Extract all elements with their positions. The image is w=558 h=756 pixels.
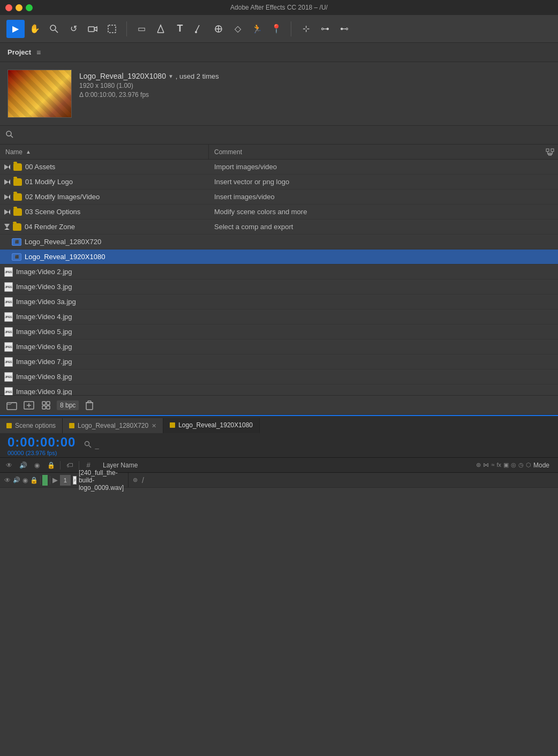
svg-line-5 [196, 25, 199, 32]
folder-comment: Insert vector or png logo [209, 178, 558, 186]
solo-icon[interactable]: ◉ [32, 460, 42, 470]
window-title: Adobe After Effects CC 2018 – /U/ [230, 4, 328, 11]
new-comp-button[interactable] [22, 400, 35, 411]
file-row-img5[interactable]: JPEG Image:Video 5.jpg [0, 324, 558, 339]
tab-logo-1280[interactable]: Logo_Reveal_1280X720 ✕ [63, 418, 163, 433]
jpeg-icon: JPEG [4, 297, 13, 307]
file-row-img6[interactable]: JPEG Image:Video 6.jpg [0, 339, 558, 354]
folder-collapse-arrow[interactable] [4, 194, 10, 200]
3d-tool-2[interactable]: ⊶ [316, 20, 334, 38]
clone-tool[interactable] [209, 20, 228, 38]
comp-dropdown-arrow[interactable]: ▼ [168, 73, 174, 79]
layer-number: 1 [60, 475, 71, 486]
layer-lock-toggle[interactable]: 🔒 [30, 475, 38, 485]
file-row-img7[interactable]: JPEG Image:Video 7.jpg [0, 354, 558, 369]
puppet-tool[interactable]: 📍 [267, 20, 285, 38]
layer-color-bar [42, 475, 48, 486]
fx-icon[interactable]: fx [496, 462, 501, 469]
table-header: Name ▲ Comment [0, 145, 558, 160]
lock-icon[interactable]: 🔒 [46, 460, 56, 470]
tab-label-1280: Logo_Reveal_1280X720 [78, 422, 148, 429]
file-name-cell: JPEG Image:Video 2.jpg [0, 264, 209, 279]
folder-row-04-render-zone[interactable]: 04 Render Zone Select a comp and export [0, 220, 558, 235]
select-tool[interactable]: ▶ [6, 20, 25, 38]
visibility-icon[interactable]: 👁 [4, 460, 14, 470]
search-icon [5, 130, 14, 140]
timecode-display[interactable]: 0:00:00:00 [7, 435, 76, 450]
file-row-img4[interactable]: JPEG Image:Video 4.jpg [0, 309, 558, 324]
tab-close-1280[interactable]: ✕ [152, 422, 156, 429]
layer-parent-icon[interactable]: ⊛ [133, 477, 138, 483]
file-name-cell: JPEG Image:Video 7.jpg [0, 354, 209, 369]
folder-row-01-modify-logo[interactable]: 01 Modify Logo Insert vector or png logo [0, 175, 558, 190]
blend-mode-icon[interactable]: ▣ [503, 462, 509, 469]
file-row-img3[interactable]: JPEG Image:Video 3.jpg [0, 279, 558, 294]
file-row-img3a[interactable]: JPEG Image:Video 3a.jpg [0, 294, 558, 309]
hand-tool[interactable]: ✋ [26, 20, 44, 38]
svg-point-10 [6, 131, 11, 136]
folder-row-00-assets[interactable]: 00 Assets Import images/video [0, 160, 558, 175]
folder-name-cell: 01 Modify Logo [0, 175, 209, 189]
comp-name[interactable]: Logo_Reveal_1920X1080 [79, 72, 166, 80]
type-tool[interactable]: T [171, 20, 189, 38]
comp-file-icon [12, 238, 21, 246]
project-header: Project ≡ [0, 43, 558, 62]
folder-collapse-arrow[interactable] [4, 209, 10, 215]
new-folder-button[interactable] [5, 400, 18, 411]
layer-audio-toggle[interactable]: 🔊 [13, 475, 20, 485]
parent-link-icon[interactable]: ⊛ [476, 462, 481, 469]
file-row-img9[interactable]: JPEG Image:Video 9.jpg [0, 384, 558, 395]
tab-scene-options[interactable]: Scene options [0, 418, 63, 433]
3d-tool-1[interactable]: ⊹ [297, 20, 315, 38]
bpc-badge[interactable]: 8 bpc [57, 400, 79, 410]
layer-name-header: Layer Name [97, 462, 138, 469]
zoom-tool[interactable] [45, 20, 63, 38]
timeline-search: _ [84, 441, 99, 450]
folder-collapse-arrow[interactable] [4, 179, 10, 185]
pen-tool[interactable] [152, 20, 170, 38]
search-input[interactable] [18, 131, 553, 139]
layer-visibility-toggle[interactable]: 👁 [4, 475, 11, 485]
folder-icon [13, 193, 22, 201]
label-icon[interactable]: 🏷 [65, 460, 74, 470]
frame-tool[interactable] [103, 20, 121, 38]
3d-tool-3[interactable]: ⊷ [335, 20, 353, 38]
tab-logo-1920[interactable]: Logo_Reveal_1920X1080 [163, 418, 260, 433]
folder-row-02-modify-images[interactable]: 02 Modify Images/Video Insert images/vid… [0, 190, 558, 205]
audio-icon[interactable]: 🔊 [18, 460, 28, 470]
folder-comment: Import images/video [209, 163, 558, 171]
folder-row-03-scene-options[interactable]: 03 Scene Options Modify scene colors and… [0, 205, 558, 220]
layer-solo-toggle[interactable]: ◉ [22, 475, 28, 485]
minimize-button[interactable] [16, 4, 22, 11]
close-button[interactable] [5, 4, 12, 11]
folder-expand-arrow[interactable] [4, 224, 10, 230]
roto-tool[interactable]: 🏃 [248, 20, 266, 38]
sort-arrow-icon[interactable]: ▲ [26, 149, 31, 155]
brush-tool[interactable] [190, 20, 208, 38]
maximize-button[interactable] [26, 4, 33, 11]
jpeg-icon: JPEG [4, 312, 13, 322]
comp-settings-button[interactable] [40, 400, 52, 411]
3d-layer-icon[interactable]: ◷ [518, 462, 524, 469]
comp-row-1280x720[interactable]: Logo_Reveal_1280X720 [0, 235, 558, 250]
project-menu-icon[interactable]: ≡ [36, 48, 41, 57]
motion-blur-icon[interactable]: ≈ [491, 462, 494, 469]
rect-tool[interactable]: ▭ [132, 20, 150, 38]
layer-icon[interactable]: ⬡ [526, 462, 531, 469]
delete-button[interactable] [83, 400, 96, 411]
camera-tool[interactable] [84, 20, 102, 38]
eraser-tool[interactable]: ◇ [229, 20, 247, 38]
col-tree-icon[interactable] [542, 148, 558, 156]
tab-label-scene: Scene options [15, 422, 56, 429]
file-row-img8[interactable]: JPEG Image:Video 8.jpg [0, 369, 558, 384]
folder-collapse-arrow[interactable] [4, 164, 10, 170]
layer-play-button[interactable]: ▶ [52, 476, 58, 485]
comp-row-1920x1080[interactable]: Logo_Reveal_1920X1080 [0, 250, 558, 264]
file-list: 00 Assets Import images/video 01 Modify … [0, 160, 558, 395]
rotate-tool[interactable]: ↺ [64, 20, 82, 38]
file-row-img2[interactable]: JPEG Image:Video 2.jpg [0, 264, 558, 279]
3d-icon[interactable]: ◎ [511, 462, 516, 469]
svg-rect-24 [47, 402, 50, 405]
stretch-icon[interactable]: ⋈ [483, 462, 489, 469]
search-bar [0, 125, 558, 145]
